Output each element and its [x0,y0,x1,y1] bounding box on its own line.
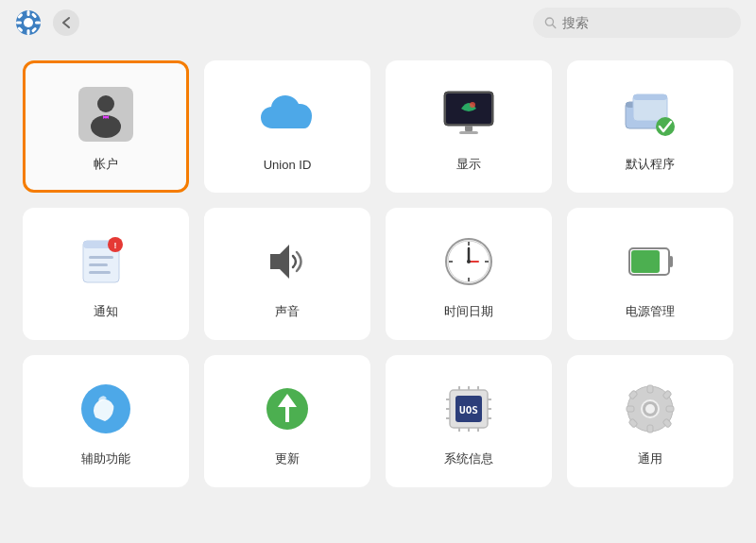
account-icon [77,85,135,144]
union-id-icon-area [257,86,318,146]
account-icon-area [76,84,136,144]
sysinfo-icon-area: UOS [438,379,499,439]
svg-rect-4 [16,22,22,25]
svg-rect-31 [89,263,108,266]
sysinfo-icon: UOS [442,382,495,435]
grid-item-update[interactable]: 更新 [204,355,370,487]
sound-icon [263,237,312,286]
svg-rect-30 [89,256,113,259]
svg-rect-21 [465,126,472,131]
svg-text:!: ! [114,241,117,250]
grid-item-account[interactable]: 帐户 [23,60,189,193]
update-label: 更新 [275,450,300,467]
grid-item-general[interactable]: 通用 [567,355,733,487]
titlebar [0,0,756,45]
svg-point-20 [470,102,475,108]
grid-item-notification[interactable]: ! 通知 [23,208,189,340]
update-icon [263,384,312,433]
sound-label: 声音 [275,303,300,320]
general-icon [625,383,676,434]
grid-item-union-id[interactable]: Union ID [204,60,370,193]
svg-rect-69 [647,425,653,433]
svg-rect-26 [633,94,667,100]
power-icon-area [620,231,680,292]
assist-icon-area [76,379,136,439]
power-icon [626,237,675,286]
svg-point-17 [105,116,108,119]
general-label: 通用 [638,450,662,467]
grid-item-datetime[interactable]: 时间日期 [386,208,552,340]
default-apps-icon [624,91,677,138]
svg-rect-22 [459,131,478,134]
display-icon-area [438,84,499,144]
svg-marker-35 [270,245,289,279]
svg-point-77 [645,404,655,414]
assist-label: 辅助功能 [81,450,130,467]
svg-rect-2 [27,10,30,16]
general-icon-area [620,379,680,439]
svg-rect-70 [627,406,634,412]
assist-icon [78,382,133,436]
display-icon [440,90,497,139]
search-input[interactable] [562,15,730,30]
svg-rect-47 [631,250,660,273]
notification-label: 通知 [94,303,118,320]
svg-rect-68 [647,385,653,393]
sysinfo-label: 系统信息 [444,450,493,467]
svg-rect-32 [89,271,111,274]
grid-item-sound[interactable]: 声音 [204,208,370,340]
grid-item-assist[interactable]: 辅助功能 [23,355,189,487]
display-label: 显示 [456,156,481,173]
datetime-icon [442,235,495,288]
grid-item-display[interactable]: 显示 [386,60,552,193]
default-apps-icon-area [620,84,680,144]
svg-point-1 [24,18,33,27]
svg-point-14 [91,115,121,138]
settings-grid: 帐户 Union ID 显示 [0,45,756,502]
grid-item-sysinfo[interactable]: UOS 系统信息 [386,355,552,487]
datetime-icon-area [438,231,499,292]
datetime-label: 时间日期 [444,303,493,320]
svg-rect-5 [35,22,41,25]
notification-icon-area: ! [76,231,136,292]
search-icon [544,16,557,29]
svg-line-11 [553,25,556,27]
union-id-icon [259,93,316,140]
svg-point-13 [97,95,114,112]
power-label: 电源管理 [626,303,675,320]
svg-rect-71 [666,406,674,412]
svg-rect-46 [669,256,673,267]
back-button[interactable] [53,9,79,36]
notification-icon: ! [79,237,132,286]
svg-point-44 [467,260,471,263]
account-label: 帐户 [94,156,118,173]
grid-item-power[interactable]: 电源管理 [567,208,733,340]
default-apps-label: 默认程序 [626,156,675,173]
svg-text:UOS: UOS [459,404,478,416]
search-bar[interactable] [533,8,741,38]
update-icon-area [257,379,318,439]
grid-item-default-apps[interactable]: 默认程序 [567,60,733,193]
union-id-label: Union ID [264,158,312,172]
svg-rect-3 [27,29,30,35]
sound-icon-area [257,231,318,292]
app-icon [15,9,42,36]
